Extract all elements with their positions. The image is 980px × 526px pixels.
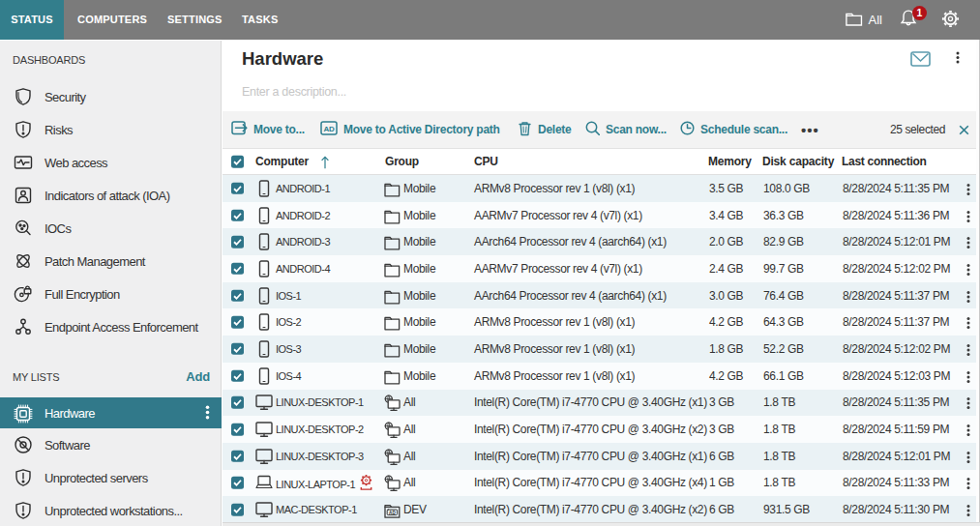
svg-text:AD: AD bbox=[389, 511, 396, 515]
svg-text:AD: AD bbox=[323, 125, 335, 133]
